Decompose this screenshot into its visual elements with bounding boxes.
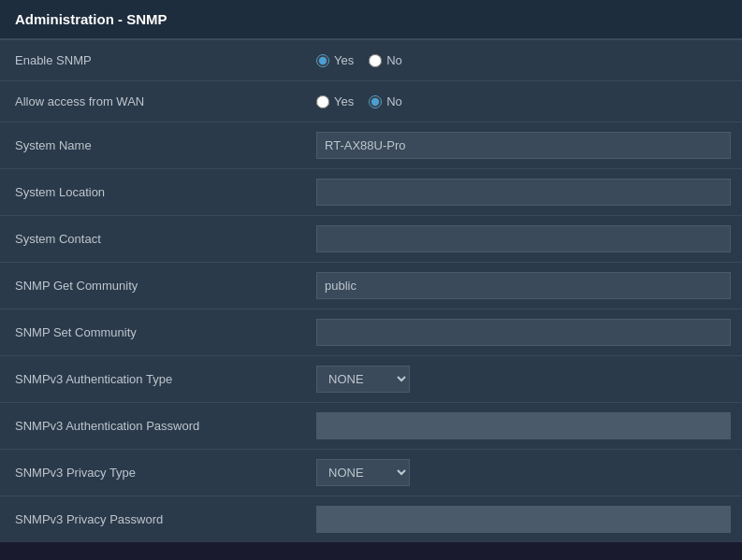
radio-label-no-wan[interactable]: No [369,94,402,108]
row-system-name: System Name [0,122,742,169]
radio-label-yes-wan[interactable]: Yes [316,94,354,108]
row-snmpv3-privacy-type: SNMPv3 Privacy Type NONE DES AES [0,450,742,496]
label-snmpv3-privacy-type: SNMPv3 Privacy Type [0,450,305,496]
radio-yes-enable-snmp[interactable] [316,54,329,67]
input-cell-snmpv3-auth-password [305,403,742,450]
label-snmpv3-privacy-password: SNMPv3 Privacy Password [0,496,305,543]
label-snmp-set-community: SNMP Set Community [0,309,305,356]
system-location-input[interactable] [316,179,731,206]
snmpv3-privacy-type-select[interactable]: NONE DES AES [316,459,410,486]
input-cell-allow-wan: Yes No [305,81,742,122]
input-cell-system-name [305,122,742,169]
snmp-get-community-input[interactable] [316,272,731,299]
label-snmpv3-auth-type: SNMPv3 Authentication Type [0,356,305,403]
row-system-location: System Location [0,169,742,216]
row-snmpv3-privacy-password: SNMPv3 Privacy Password [0,496,742,543]
label-system-contact: System Contact [0,216,305,263]
row-allow-wan: Allow access from WAN Yes No [0,81,742,122]
system-name-input[interactable] [316,132,731,159]
radio-yes-label: Yes [334,53,354,67]
input-cell-system-contact [305,216,742,263]
snmp-set-community-input[interactable] [316,319,731,346]
row-enable-snmp: Enable SNMP Yes No [0,40,742,81]
form-table: Enable SNMP Yes No Allow access from WAN [0,40,742,542]
row-system-contact: System Contact [0,216,742,263]
page-title: Administration - SNMP [0,0,742,39]
input-cell-enable-snmp: Yes No [305,40,742,81]
radio-no-allow-wan[interactable] [369,95,382,108]
label-snmp-get-community: SNMP Get Community [0,263,305,309]
radio-no-label: No [386,53,402,67]
radio-yes-allow-wan[interactable] [316,95,329,108]
snmpv3-auth-type-select[interactable]: NONE MD5 SHA [316,366,410,393]
row-snmpv3-auth-type: SNMPv3 Authentication Type NONE MD5 SHA [0,356,742,403]
label-system-location: System Location [0,169,305,216]
snmpv3-privacy-password-input[interactable] [316,506,731,533]
row-snmpv3-auth-password: SNMPv3 Authentication Password [0,403,742,450]
input-cell-snmpv3-auth-type: NONE MD5 SHA [305,356,742,403]
radio-label-yes-enable[interactable]: Yes [316,53,354,67]
row-snmp-set-community: SNMP Set Community [0,309,742,356]
radio-label-no-enable[interactable]: No [369,53,402,67]
row-snmp-get-community: SNMP Get Community [0,263,742,309]
label-enable-snmp: Enable SNMP [0,40,305,81]
label-allow-wan: Allow access from WAN [0,81,305,122]
radio-no-enable-snmp[interactable] [369,54,382,67]
label-snmpv3-auth-password: SNMPv3 Authentication Password [0,403,305,450]
input-cell-snmp-get-community [305,263,742,309]
radio-yes-wan-label: Yes [334,94,354,108]
input-cell-snmpv3-privacy-type: NONE DES AES [305,450,742,496]
input-cell-snmp-set-community [305,309,742,356]
snmpv3-auth-password-input[interactable] [316,412,731,439]
system-contact-input[interactable] [316,225,731,252]
input-cell-snmpv3-privacy-password [305,496,742,543]
radio-no-wan-label: No [386,94,402,108]
radio-group-enable-snmp: Yes No [316,53,731,67]
page-container: Administration - SNMP Enable SNMP Yes No [0,0,742,542]
label-system-name: System Name [0,122,305,169]
input-cell-system-location [305,169,742,216]
radio-group-allow-wan: Yes No [316,94,731,108]
